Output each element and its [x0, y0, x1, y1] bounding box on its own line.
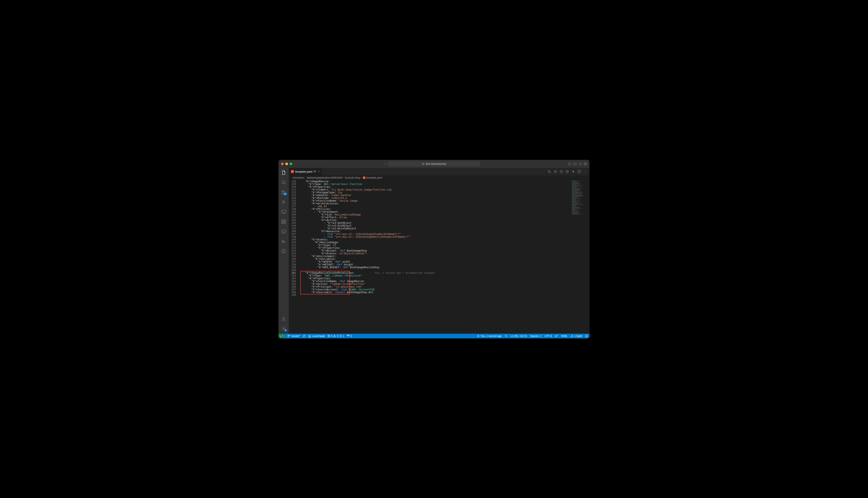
layout-customize-icon[interactable]	[584, 162, 587, 166]
activity-bar: 11	[279, 168, 289, 334]
workbench-body: 11	[279, 168, 589, 334]
chevron-right-icon: ›	[305, 176, 306, 179]
chevron-right-icon: ›	[343, 176, 344, 179]
branch-name: master*	[291, 335, 300, 338]
extensions-icon[interactable]	[281, 219, 286, 224]
scm-badge: 11	[283, 193, 287, 195]
yaml-file-icon: Y	[363, 176, 366, 179]
notifications-icon[interactable]	[585, 335, 588, 337]
svg-point-28	[548, 170, 549, 171]
command-center-text: first-cloud-journey	[426, 162, 446, 165]
svg-point-31	[555, 171, 556, 172]
layout-panel-bottom-icon[interactable]	[573, 162, 577, 166]
title-actions	[568, 162, 587, 166]
git-compare-icon[interactable]	[548, 170, 551, 173]
svg-point-26	[283, 317, 284, 319]
breadcrumb-item[interactable]: serverless	[293, 176, 304, 179]
svg-rect-8	[585, 162, 587, 163]
breadcrumb-item[interactable]: template.yaml	[366, 176, 382, 179]
svg-rect-3	[574, 162, 576, 165]
timeline-icon[interactable]	[560, 170, 563, 173]
svg-point-11	[282, 181, 285, 184]
svg-rect-1	[569, 162, 571, 165]
git-lens-icon[interactable]	[553, 170, 557, 173]
svg-point-37	[288, 336, 289, 337]
svg-point-42	[478, 335, 479, 336]
svg-point-12	[282, 190, 283, 192]
sync-icon[interactable]	[303, 335, 306, 338]
tab-label: template.yaml	[295, 170, 312, 173]
search-icon[interactable]	[281, 180, 286, 185]
code-editor[interactable]: 2282292302312322332342352362372382392402…	[289, 180, 589, 334]
run-debug-icon[interactable]	[281, 199, 286, 205]
git-branch[interactable]: master*	[288, 335, 300, 338]
nav-back-icon[interactable]: ←	[384, 162, 387, 166]
settings-badge: 1	[284, 329, 287, 331]
window-controls	[281, 162, 292, 165]
command-center[interactable]: first-cloud-journey	[388, 161, 480, 167]
svg-rect-16	[282, 220, 283, 221]
cursor-position[interactable]: Ln 261, Col 31	[510, 335, 527, 338]
tab-template-yaml[interactable]: Y template.yaml M ×	[289, 168, 322, 175]
layout-panel-left-icon[interactable]	[568, 162, 572, 166]
split-editor-icon[interactable]	[577, 170, 581, 173]
svg-point-43	[505, 335, 507, 337]
remote-indicator[interactable]	[279, 334, 285, 338]
svg-rect-5	[579, 162, 582, 165]
play-icon[interactable]	[565, 170, 569, 173]
vscode-window: ← → first-cloud-journey 1	[279, 160, 589, 338]
svg-rect-7	[584, 162, 585, 163]
live-share-icon[interactable]	[281, 249, 286, 254]
docker-icon[interactable]	[281, 239, 286, 244]
problems[interactable]: 0 0 1	[328, 335, 344, 338]
run-icon[interactable]	[572, 170, 575, 173]
editor-area: Y template.yaml M × ⋯ serverless ›	[289, 168, 589, 334]
svg-point-41	[348, 336, 348, 336]
svg-point-30	[554, 170, 557, 173]
maximize-button[interactable]	[290, 162, 292, 165]
code-content[interactable]: "k">ImageResize: "k">Type: AWS::Serverle…	[299, 180, 571, 334]
svg-rect-15	[282, 210, 285, 213]
aws-icon[interactable]	[281, 229, 286, 234]
svg-point-13	[282, 193, 283, 194]
svg-rect-17	[284, 220, 285, 221]
svg-rect-24	[283, 240, 283, 241]
breadcrumb-item[interactable]: deployingApplicationsWithSAM	[307, 176, 342, 179]
breadcrumb-item[interactable]: fcj-book-shop	[345, 176, 360, 179]
breadcrumb[interactable]: serverless › deployingApplicationsWithSA…	[289, 175, 589, 180]
explorer-icon[interactable]	[281, 170, 286, 175]
more-icon[interactable]: ⋯	[584, 170, 587, 174]
close-icon[interactable]: ×	[318, 170, 320, 173]
ports[interactable]: 0	[347, 335, 352, 338]
svg-rect-18	[282, 222, 283, 224]
account-icon[interactable]	[281, 317, 286, 322]
eol[interactable]: LF	[555, 335, 558, 338]
svg-point-27	[283, 328, 284, 329]
svg-point-36	[288, 335, 289, 336]
remote-explorer-icon[interactable]	[281, 209, 286, 214]
line-numbers: 2282292302312322332342352362372382392402…	[289, 180, 299, 334]
close-button[interactable]	[281, 162, 284, 165]
gitlens-blame[interactable]: You, 1 second ago	[477, 335, 502, 338]
spell[interactable]: 1 Spell	[571, 335, 582, 338]
layout-panel-right-icon[interactable]	[578, 162, 582, 166]
lens-icon[interactable]	[505, 335, 508, 337]
source-control-icon[interactable]: 11	[281, 190, 286, 195]
svg-rect-10	[585, 164, 587, 165]
svg-point-20	[282, 230, 285, 233]
titlebar: ← → first-cloud-journey	[279, 160, 589, 168]
status-bar: master* Launchpad 0 0 1 0 You, 1 second …	[279, 334, 589, 338]
minimap[interactable]	[571, 180, 589, 334]
tab-bar: Y template.yaml M × ⋯	[289, 168, 589, 175]
minimap-content	[572, 181, 589, 215]
yaml-file-icon: Y	[291, 170, 294, 173]
language-mode[interactable]: YAML	[561, 335, 568, 338]
settings-gear-icon[interactable]: 1	[281, 326, 286, 331]
minimize-button[interactable]	[285, 162, 288, 165]
indentation[interactable]: Spaces: 2	[530, 335, 541, 338]
svg-rect-19	[284, 222, 285, 224]
chevron-right-icon: ›	[361, 176, 362, 179]
svg-rect-9	[584, 164, 585, 165]
encoding[interactable]: UTF-8	[545, 335, 552, 338]
launchpad[interactable]: Launchpad	[308, 335, 325, 338]
